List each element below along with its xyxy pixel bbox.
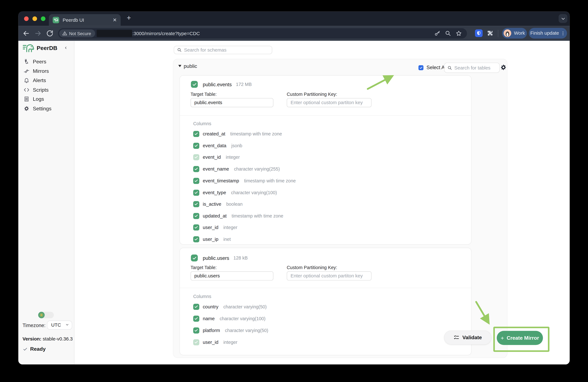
table-search[interactable] [444, 63, 500, 73]
column-checkbox[interactable] [193, 166, 199, 172]
not-secure-badge[interactable]: Not Secure [59, 29, 95, 37]
column-name: user_id [203, 225, 218, 230]
reload-icon[interactable] [46, 29, 54, 37]
column-checkbox[interactable] [193, 190, 199, 196]
column-checkbox[interactable] [193, 201, 199, 207]
code-icon [24, 87, 29, 93]
extensions-puzzle-icon[interactable] [486, 30, 493, 37]
column-row: updated_at timestamp with time zone [193, 213, 283, 219]
version-label: Version: [22, 336, 42, 342]
main-panel: public Select All [74, 41, 570, 364]
column-type: character varying(100) [231, 190, 277, 195]
warning-icon [62, 31, 67, 36]
toolbar-separator [498, 30, 498, 37]
column-name: event_timestamp [203, 178, 239, 183]
column-checkbox[interactable] [193, 327, 199, 333]
back-icon[interactable] [22, 29, 30, 37]
bitwarden-extension-icon[interactable] [475, 29, 483, 37]
profile-label: Work [514, 31, 525, 36]
table-settings-gear-icon[interactable] [500, 64, 507, 71]
tab-close-icon[interactable]: ✕ [113, 18, 117, 22]
traffic-close-icon[interactable] [24, 17, 29, 21]
validate-button[interactable]: Validate [444, 330, 491, 344]
profile-button[interactable]: Work [502, 28, 527, 39]
select-all-checkbox[interactable] [419, 65, 423, 70]
validate-label: Validate [462, 335, 482, 341]
traffic-zoom-icon[interactable] [41, 17, 45, 21]
sidebar-item-scripts[interactable]: Scripts [18, 85, 74, 94]
timezone-select[interactable]: UTC [47, 321, 72, 330]
traffic-minimize-icon[interactable] [32, 17, 37, 21]
theme-toggle[interactable] [38, 312, 54, 318]
table-checkbox[interactable] [191, 81, 198, 88]
schema-search[interactable] [174, 46, 272, 54]
column-name: event_data [203, 143, 226, 148]
column-type: boolean [226, 201, 243, 207]
app-content: PeerDB ‹ Peers Mirrors Alerts Scr [18, 41, 570, 364]
table-search-input[interactable] [454, 65, 496, 70]
status-text: Ready [30, 346, 46, 352]
new-tab-icon[interactable]: + [127, 14, 131, 22]
column-checkbox[interactable] [193, 178, 199, 184]
column-type: character varying(100) [220, 316, 266, 321]
collapse-triangle-icon[interactable] [178, 65, 181, 67]
password-key-icon[interactable] [434, 30, 441, 37]
sidebar-item-label: Peers [33, 59, 46, 64]
finish-update-button[interactable]: Finish update [529, 28, 567, 39]
partition-key-label: Custom Partitioning Key: [287, 92, 337, 97]
select-all-label: Select All [426, 64, 447, 70]
partition-key-input[interactable] [287, 98, 372, 107]
column-checkbox[interactable] [193, 224, 199, 230]
column-type: timestamp with time zone [244, 178, 296, 183]
table-name: public.events [203, 81, 232, 87]
schema-search-input[interactable] [184, 47, 269, 53]
browser-window: Peerdb UI ✕ + Not Secure :3000/mirrors/c… [18, 12, 570, 364]
forward-icon[interactable] [34, 29, 42, 37]
sidebar-item-label: Mirrors [33, 68, 49, 74]
sidebar-item-logs[interactable]: Logs [18, 94, 74, 103]
column-type: inet [223, 237, 231, 242]
sidebar-item-mirrors[interactable]: Mirrors [18, 66, 74, 76]
columns-label: Columns [193, 121, 211, 126]
browser-tab[interactable]: Peerdb UI ✕ [49, 14, 121, 26]
sidebar-item-alerts[interactable]: Alerts [18, 76, 74, 85]
partition-key-input[interactable] [287, 271, 372, 281]
tab-search-chevron-icon[interactable] [559, 14, 567, 23]
column-checkbox[interactable] [193, 304, 199, 310]
table-row: public.users 128 kB [191, 255, 248, 261]
sidebar-item-peers[interactable]: Peers [18, 57, 74, 66]
column-checkbox[interactable] [193, 236, 199, 242]
column-type: jsonb [231, 143, 242, 148]
column-checkbox[interactable] [193, 131, 199, 137]
column-type: character varying(50) [223, 304, 267, 309]
column-checkbox[interactable] [193, 316, 199, 322]
sidebar-item-settings[interactable]: Settings [18, 104, 74, 113]
column-row: user_id integer [193, 339, 237, 345]
profile-avatar [504, 29, 511, 37]
column-name: is_active [203, 201, 221, 207]
sidebar-collapse-icon[interactable]: ‹ [65, 44, 67, 50]
table-card-public-events: public.events 172 MB Target Table: Custo… [179, 75, 472, 245]
target-table-label: Target Table: [190, 92, 217, 97]
kebab-menu-icon[interactable] [561, 31, 566, 36]
column-row: event_name character varying(255) [193, 166, 280, 172]
target-table-input[interactable] [190, 98, 273, 107]
timezone-value: UTC [51, 322, 65, 328]
columns-label: Columns [193, 294, 211, 299]
column-name: event_name [203, 166, 229, 172]
column-checkbox[interactable] [193, 143, 199, 149]
column-checkbox[interactable] [193, 213, 199, 219]
bookmark-star-icon[interactable] [456, 30, 462, 37]
browser-toolbar: Not Secure :3000/mirrors/create?type=CDC… [18, 26, 570, 41]
create-mirror-button[interactable]: + Create Mirror [497, 331, 543, 345]
address-bar[interactable]: Not Secure :3000/mirrors/create?type=CDC [58, 28, 467, 39]
light-mode-sun-icon [38, 312, 45, 318]
table-row: public.events 172 MB [191, 81, 252, 88]
gear-icon [24, 105, 29, 111]
target-table-input[interactable] [190, 271, 273, 281]
zoom-icon[interactable] [445, 30, 451, 37]
table-checkbox[interactable] [191, 255, 198, 261]
column-type: integer [223, 225, 237, 230]
sidebar: PeerDB ‹ Peers Mirrors Alerts Scr [18, 41, 74, 364]
peerdb-logo-icon [22, 43, 35, 53]
